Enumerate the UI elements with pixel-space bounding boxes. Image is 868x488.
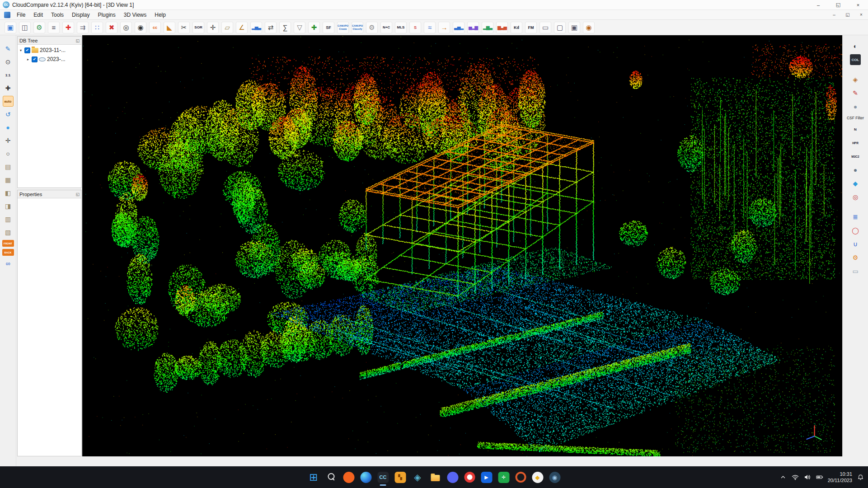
pen-tool-icon[interactable]: ✎	[3, 43, 14, 54]
file-explorer-icon[interactable]	[429, 471, 441, 483]
delete-icon[interactable]: ✖	[106, 22, 117, 33]
plugin-normals-icon[interactable]: N	[850, 124, 861, 135]
plugin-compass-icon[interactable]: ◎	[850, 192, 861, 202]
filter-sf-icon[interactable]: ▽	[294, 22, 305, 33]
csf-filter-button[interactable]: CSF Filter	[843, 115, 868, 121]
menu-plugins[interactable]: Plugins	[94, 11, 119, 19]
merge-icon[interactable]: ⇉	[77, 22, 89, 33]
discord-icon[interactable]	[447, 472, 458, 483]
green-app-icon[interactable]: ✛	[498, 472, 509, 483]
point-pair-align-icon[interactable]: cc	[149, 22, 161, 33]
plugin-ransac-icon[interactable]: ◆	[850, 178, 861, 189]
plugin-ellipse-icon[interactable]: ◯	[850, 225, 861, 236]
layers-app-icon[interactable]: ◈	[412, 471, 423, 483]
tree-item-2023-11[interactable]: ▾ ✔ 2023-11-...	[18, 46, 81, 55]
clone-icon[interactable]: ✚	[62, 22, 74, 33]
plugin-facets-icon[interactable]: ◈	[850, 74, 861, 85]
menu-display[interactable]: Display	[68, 11, 94, 19]
translate-rotate-icon[interactable]: ✛	[207, 22, 219, 33]
blue-media-app-icon[interactable]: ▶	[481, 472, 492, 483]
screenshot-icon[interactable]: ▭	[540, 22, 551, 33]
plugin-animation-icon[interactable]: ◐	[850, 41, 861, 52]
chart-tool-icon-3[interactable]: ▂▆▃	[482, 22, 493, 33]
cross-section-icon[interactable]: ▱	[221, 22, 233, 33]
restore-button[interactable]: ◱	[828, 0, 848, 9]
plugin-hpr-icon[interactable]: HPR	[850, 137, 861, 148]
light-app-icon[interactable]: ◆	[532, 472, 543, 483]
cube-front-view-icon[interactable]: ▦	[3, 174, 14, 185]
plugin-colorimetric-icon[interactable]: COL	[850, 54, 861, 65]
plugin-m3c2-icon[interactable]: M3C2	[850, 151, 861, 162]
distances-icon[interactable]: ⇄	[265, 22, 277, 33]
menu-tools[interactable]: Tools	[47, 11, 68, 19]
edge-browser-icon[interactable]	[360, 472, 371, 483]
tree-item-2023[interactable]: ▸ ✔ 2023-...	[25, 55, 81, 64]
menu-3d-views[interactable]: 3D Views	[120, 11, 150, 19]
back-iso-view-icon[interactable]: BACK	[2, 249, 14, 256]
expander-icon[interactable]: ▾	[19, 48, 23, 52]
cube-top-view-icon[interactable]: ▤	[3, 161, 14, 172]
browser-orange-icon[interactable]	[343, 472, 354, 483]
cube-left-view-icon[interactable]: ◧	[3, 188, 14, 198]
plugin-layers-icon[interactable]: ≣	[850, 211, 861, 222]
chart-tool-icon-2[interactable]: ▅▂▆	[467, 22, 479, 33]
normals-compute-icon[interactable]: N+C	[380, 22, 392, 33]
mls-smoothing-icon[interactable]: MLS	[395, 22, 407, 33]
front-iso-view-icon[interactable]: FRONT	[2, 240, 14, 247]
pivot-icon[interactable]: ↺	[3, 109, 14, 120]
item-checkbox[interactable]: ✔	[24, 47, 30, 53]
properties-float-button[interactable]: ◱	[75, 192, 80, 197]
zoom-1-1-icon[interactable]: 1:1	[3, 70, 14, 80]
render-to-file-icon[interactable]: ▣	[568, 22, 580, 33]
plugin-magnet-icon[interactable]: ∪	[850, 239, 861, 249]
close-button[interactable]: ×	[848, 0, 868, 9]
sor-filter-icon[interactable]: SOR	[192, 22, 204, 33]
add-sf-icon[interactable]: ✚	[308, 22, 320, 33]
point-list-picking-icon[interactable]: ◉	[135, 22, 146, 33]
save-icon[interactable]: ◫	[19, 22, 31, 33]
cube-bottom-view-icon[interactable]: ▧	[3, 227, 14, 238]
wifi-icon[interactable]	[791, 473, 799, 481]
kd-tree-icon[interactable]: Kd	[511, 22, 522, 33]
global-shift-icon[interactable]: ⚙	[33, 22, 45, 33]
3d-view-canvas[interactable]	[82, 35, 842, 456]
plugin-gear-icon[interactable]: ⚙	[850, 252, 861, 263]
segment-scissors-icon[interactable]: ✂	[178, 22, 190, 33]
chart-tool-icon-1[interactable]: ▃▅▂	[453, 22, 464, 33]
minimize-button[interactable]: –	[808, 0, 828, 9]
plugin-sphere-icon[interactable]: ●	[850, 164, 861, 175]
auto-zoom-icon[interactable]: auto	[3, 96, 14, 107]
camera-icon[interactable]: ⊙	[3, 56, 14, 67]
mdi-child-icon[interactable]	[4, 12, 10, 18]
tray-chevron-icon[interactable]	[779, 473, 787, 481]
mdi-restore-button[interactable]: ◱	[841, 10, 854, 19]
red-ring-app-icon[interactable]	[464, 472, 475, 483]
level-icon[interactable]: ∠	[236, 22, 248, 33]
cloudcompare-taskbar-icon[interactable]: CC	[377, 472, 389, 483]
align-icon[interactable]: →	[438, 22, 450, 33]
search-button[interactable]	[325, 471, 337, 483]
orange-tile-app-icon[interactable]: ▚	[394, 472, 406, 483]
start-button[interactable]: ⊞	[308, 471, 319, 483]
clock[interactable]: 10:31 20/11/2023	[828, 471, 852, 484]
menu-help[interactable]: Help	[150, 11, 170, 19]
plugin-draw-icon[interactable]: ✎	[850, 88, 861, 99]
battery-icon[interactable]	[816, 473, 824, 481]
bubble-view-icon[interactable]: ●	[3, 122, 14, 133]
m3c2-icon[interactable]: S	[409, 22, 421, 33]
monitor-icon[interactable]: ▢	[554, 22, 566, 33]
primitive-factory-icon[interactable]: ◣	[164, 22, 175, 33]
zoom-plus-icon[interactable]: ✚	[3, 83, 14, 94]
menu-file[interactable]: File	[13, 11, 29, 19]
steam-app-icon[interactable]: ◉	[549, 472, 560, 483]
chart-tool-icon-4[interactable]: ▆▃▅	[496, 22, 508, 33]
canupo-create-icon[interactable]: CANUPO Create	[337, 22, 349, 33]
plugin-ruler-icon[interactable]: ▭	[850, 266, 861, 277]
db-tree-float-button[interactable]: ◱	[75, 38, 80, 43]
volume-icon[interactable]	[803, 473, 812, 481]
item-checkbox[interactable]: ✔	[32, 56, 38, 62]
compare-icon[interactable]: ≈	[424, 22, 436, 33]
mdi-close-button[interactable]: ×	[854, 10, 868, 19]
plugin-pcv-icon[interactable]: ●	[850, 101, 861, 112]
cube-right-view-icon[interactable]: ◨	[3, 201, 14, 211]
